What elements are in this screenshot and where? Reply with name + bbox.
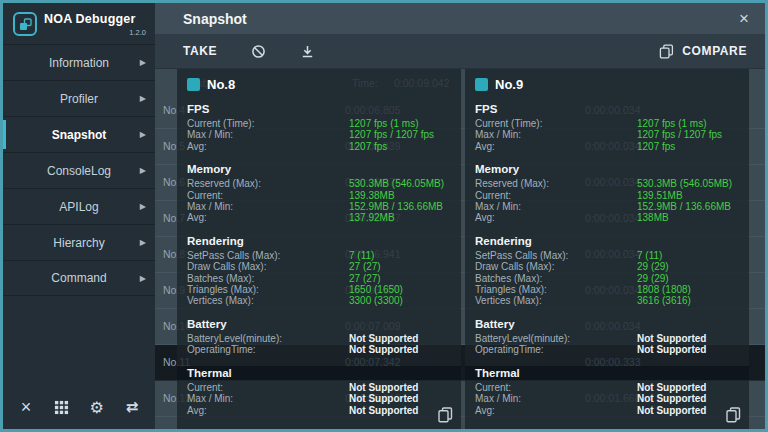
- metric-row: Max / Min:152.9MB / 136.66MB: [187, 201, 451, 212]
- metric-section: BatteryBatteryLevel(minute):Not Supporte…: [475, 317, 739, 356]
- section-title: Thermal: [465, 366, 749, 380]
- chevron-right-icon: ▶: [140, 58, 146, 67]
- chevron-right-icon: ▶: [140, 130, 146, 139]
- app-title: NOA Debugger: [44, 12, 146, 26]
- close-icon[interactable]: ×: [739, 10, 749, 27]
- metric-row: OperatingTime:Not Supported: [475, 344, 739, 355]
- metric-value: Not Supported: [637, 333, 706, 344]
- snapshot-checkbox[interactable]: [187, 78, 200, 91]
- metric-row: Current (Time):1207 fps (1 ms): [187, 118, 451, 129]
- swap-icon[interactable]: ⇄: [121, 398, 143, 416]
- metric-row: Batches (Max):29 (29): [475, 273, 739, 284]
- metric-label: Batches (Max):: [187, 273, 349, 284]
- metric-row: Current:139.51MB: [475, 190, 739, 201]
- metric-row: Vertices (Max):3616 (3616): [475, 295, 739, 306]
- download-icon[interactable]: [300, 44, 315, 59]
- metric-label: Current:: [187, 382, 349, 393]
- metric-row: BatteryLevel(minute):Not Supported: [187, 333, 451, 344]
- metric-label: BatteryLevel(minute):: [187, 333, 349, 344]
- metric-row: Max / Min:Not Supported: [475, 393, 739, 404]
- metric-value: 27 (27): [349, 273, 381, 284]
- metric-row: Vertices (Max):3300 (3300): [187, 295, 451, 306]
- metric-label: Draw Calls (Max):: [187, 261, 349, 272]
- metric-value: 1650 (1650): [349, 284, 403, 295]
- app-version: 1.2.0: [44, 28, 146, 37]
- metric-value: 1207 fps / 1207 fps: [637, 129, 722, 140]
- metric-value: Not Supported: [349, 382, 418, 393]
- metric-label: Vertices (Max):: [187, 295, 349, 306]
- copy-icon[interactable]: [437, 406, 454, 423]
- metric-value: Not Supported: [349, 405, 418, 416]
- metric-section: BatteryBatteryLevel(minute):Not Supporte…: [187, 317, 451, 356]
- metric-section: ThermalCurrent:Not SupportedMax / Min:No…: [187, 366, 451, 416]
- metric-value: 530.3MB (546.05MB): [637, 178, 732, 189]
- metric-label: Avg:: [475, 212, 637, 223]
- metric-value: 1207 fps: [349, 141, 387, 152]
- metric-row: Current:Not Supported: [475, 382, 739, 393]
- metric-value: 137.92MB: [349, 212, 395, 223]
- section-title: Rendering: [177, 234, 461, 248]
- sidebar-item-profiler[interactable]: Profiler▶: [3, 80, 155, 116]
- metric-label: Current:: [187, 190, 349, 201]
- metric-section: MemoryReserved (Max):530.3MB (546.05MB)C…: [187, 162, 451, 224]
- metric-value: 29 (29): [637, 261, 669, 272]
- metric-row: BatteryLevel(minute):Not Supported: [475, 333, 739, 344]
- metric-row: Draw Calls (Max):29 (29): [475, 261, 739, 272]
- metric-row: Avg:1207 fps: [475, 141, 739, 152]
- sidebar-item-snapshot[interactable]: Snapshot▶: [3, 116, 155, 152]
- sidebar-item-label: Profiler: [60, 92, 98, 106]
- metric-value: 1207 fps: [637, 141, 675, 152]
- take-button[interactable]: TAKE: [183, 44, 217, 58]
- sidebar-item-consolelog[interactable]: ConsoleLog▶: [3, 152, 155, 188]
- metric-label: Current:: [475, 382, 637, 393]
- metric-row: Max / Min:1207 fps / 1207 fps: [475, 129, 739, 140]
- metric-label: Triangles (Max):: [187, 284, 349, 295]
- sidebar-item-hierarchy[interactable]: Hierarchy▶: [3, 224, 155, 260]
- metric-label: Batches (Max):: [475, 273, 637, 284]
- snapshot-card-header: No.9: [475, 77, 739, 92]
- chevron-right-icon: ▶: [140, 238, 146, 247]
- metric-label: Max / Min:: [187, 129, 349, 140]
- metric-label: Avg:: [475, 141, 637, 152]
- clear-icon[interactable]: [251, 44, 266, 59]
- snapshot-sections: FPSCurrent (Time):1207 fps (1 ms)Max / M…: [475, 102, 739, 416]
- metric-value: 152.9MB / 136.66MB: [637, 201, 731, 212]
- sidebar-nav: Information▶Profiler▶Snapshot▶ConsoleLog…: [3, 44, 155, 296]
- section-title: Thermal: [177, 366, 461, 380]
- toolbar: TAKE COMPARE: [155, 34, 765, 69]
- metric-value: 3300 (3300): [349, 295, 403, 306]
- main-panel: Snapshot × TAKE: [155, 3, 765, 429]
- metric-section: FPSCurrent (Time):1207 fps (1 ms)Max / M…: [475, 102, 739, 152]
- metric-value: Not Supported: [637, 393, 706, 404]
- metric-value: 1207 fps (1 ms): [637, 118, 706, 129]
- metric-value: 27 (27): [349, 261, 381, 272]
- sidebar-item-command[interactable]: Command▶: [3, 260, 155, 296]
- sidebar-item-label: APILog: [59, 200, 98, 214]
- metric-value: 138MB: [637, 212, 669, 223]
- metric-section: MemoryReserved (Max):530.3MB (546.05MB)C…: [475, 162, 739, 224]
- metric-label: Max / Min:: [475, 201, 637, 212]
- metric-label: SetPass Calls (Max):: [187, 250, 349, 261]
- sidebar-item-information[interactable]: Information▶: [3, 44, 155, 80]
- metric-row: Avg:Not Supported: [187, 405, 451, 416]
- app-window: NOA Debugger 1.2.0 Information▶Profiler▶…: [0, 0, 768, 432]
- metric-value: 139.38MB: [349, 190, 395, 201]
- metric-label: Vertices (Max):: [475, 295, 637, 306]
- gear-icon[interactable]: ⚙: [86, 398, 108, 417]
- snapshot-detail-card-no8: No.8 FPSCurrent (Time):1207 fps (1 ms)Ma…: [177, 69, 461, 429]
- metric-label: Current:: [475, 190, 637, 201]
- copy-icon[interactable]: [725, 406, 742, 423]
- snapshot-checkbox[interactable]: [475, 78, 488, 91]
- sidebar-item-apilog[interactable]: APILog▶: [3, 188, 155, 224]
- sidebar-footer: × ⚙ ⇄: [3, 385, 155, 429]
- metric-row: Avg:137.92MB: [187, 212, 451, 223]
- compare-button[interactable]: COMPARE: [659, 44, 747, 59]
- section-title: Rendering: [465, 234, 749, 248]
- metric-row: Current (Time):1207 fps (1 ms): [475, 118, 739, 129]
- noa-logo-icon: [13, 12, 37, 36]
- metric-row: Draw Calls (Max):27 (27): [187, 261, 451, 272]
- metric-label: Avg:: [187, 212, 349, 223]
- close-tool-icon[interactable]: ×: [15, 397, 37, 418]
- grid-menu-icon[interactable]: [50, 400, 72, 415]
- snapshot-name: No.9: [495, 77, 523, 92]
